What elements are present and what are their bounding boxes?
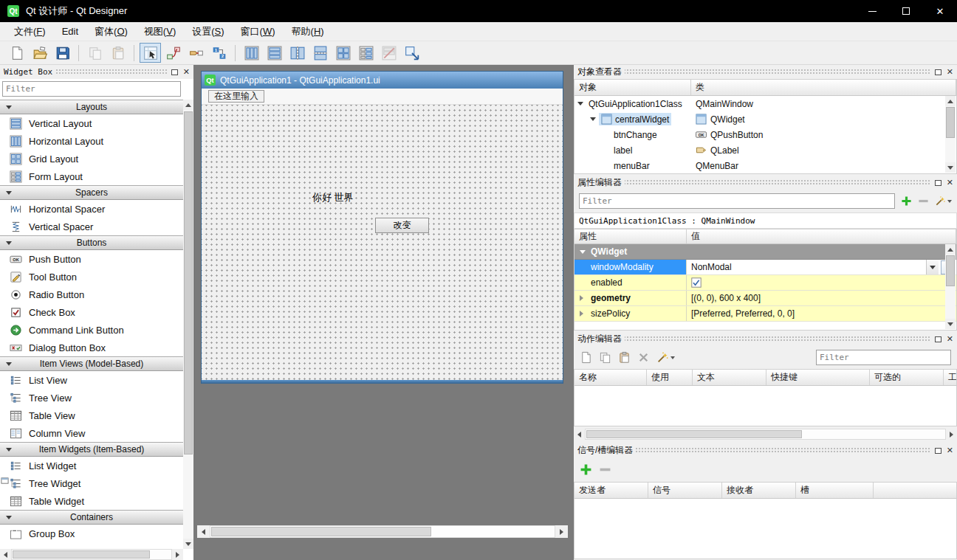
scroll-right-icon[interactable]	[946, 429, 957, 440]
column-header-0[interactable]: 名称	[574, 370, 647, 385]
configure-property-editor-button[interactable]	[935, 193, 952, 210]
property-group-qwidget[interactable]: QWidget	[574, 244, 956, 260]
property-row[interactable]: geometry[(0, 0), 600 x 400]	[574, 291, 956, 306]
widget-push-button[interactable]: OKPush Button	[0, 250, 183, 268]
edit-tab-order-button[interactable]: 12	[208, 43, 230, 63]
save-button[interactable]	[52, 43, 73, 63]
widget-check-box[interactable]: Check Box	[0, 303, 183, 321]
scroll-up-icon[interactable]	[183, 100, 193, 110]
form-label[interactable]: 你好 世界	[312, 191, 354, 204]
property-name-cell[interactable]: sizePolicy	[574, 306, 687, 321]
expand-arrow-icon[interactable]	[580, 311, 583, 317]
property-name-cell[interactable]: windowModality	[574, 260, 687, 274]
widget-horizontal-layout[interactable]: Horizontal Layout	[0, 132, 183, 150]
paste-action-button[interactable]	[618, 350, 631, 366]
widget-radio-button[interactable]: Radio Button	[0, 286, 183, 303]
widget-command-link-button[interactable]: Command Link Button	[0, 321, 183, 339]
float-panel-icon[interactable]	[935, 448, 941, 454]
configure-action-editor-button[interactable]	[656, 350, 675, 366]
widget-box-vscrollbar[interactable]	[183, 100, 193, 549]
column-header-1[interactable]: 类	[691, 80, 956, 95]
menu-item-帮助h[interactable]: 帮助(H)	[284, 24, 332, 40]
layout-vertical-button[interactable]	[264, 43, 285, 63]
object-row[interactable]: centralWidgetQWidget	[574, 111, 946, 127]
float-panel-icon[interactable]	[935, 336, 941, 342]
add-dynamic-property-button[interactable]	[901, 193, 912, 210]
scroll-left-icon[interactable]	[574, 429, 585, 440]
category-spacers[interactable]: Spacers	[0, 185, 183, 200]
scrollbar-thumb[interactable]	[946, 107, 955, 138]
expand-arrow-icon[interactable]	[590, 117, 596, 121]
property-editor-vscrollbar[interactable]	[945, 244, 956, 329]
collapsed-dock-handle[interactable]	[0, 473, 9, 488]
widget-list-widget[interactable]: List Widget	[0, 457, 183, 474]
add-connection-button[interactable]	[580, 462, 592, 478]
property-row[interactable]: enabled	[574, 275, 956, 291]
scroll-up-icon[interactable]	[945, 96, 956, 106]
column-header-3[interactable]: 槽	[796, 483, 874, 498]
property-row[interactable]: sizePolicy[Preferred, Preferred, 0, 0]	[574, 306, 956, 322]
column-header-2[interactable]: 接收者	[722, 483, 796, 498]
scrollbar-thumb[interactable]	[586, 430, 802, 438]
action-editor-hscrollbar[interactable]	[574, 429, 957, 440]
close-panel-icon[interactable]: ✕	[947, 179, 953, 187]
column-header-1[interactable]: 使用	[647, 370, 693, 385]
column-header-0[interactable]: 对象	[574, 80, 691, 95]
remove-dynamic-property-button[interactable]	[918, 193, 929, 210]
scroll-down-icon[interactable]	[183, 539, 193, 549]
scroll-left-icon[interactable]	[197, 525, 210, 538]
menu-item-视图v[interactable]: 视图(V)	[136, 24, 184, 40]
property-name-cell[interactable]: enabled	[574, 275, 687, 290]
category-layouts[interactable]: Layouts	[0, 100, 183, 114]
category-item-views-model-based[interactable]: Item Views (Model-Based)	[0, 356, 183, 371]
object-row[interactable]: menuBarQMenuBar	[574, 158, 946, 173]
widget-box-hscrollbar[interactable]	[0, 549, 183, 560]
column-header-5[interactable]: 工具提示	[944, 370, 956, 385]
property-value-cell[interactable]: [(0, 0), 600 x 400]	[687, 291, 956, 305]
form-canvas[interactable]: 你好 世界 改变	[202, 105, 563, 380]
checkbox-checked-icon[interactable]	[691, 277, 702, 288]
float-panel-icon[interactable]	[171, 69, 178, 75]
widget-tool-button[interactable]: Tool Button	[0, 268, 183, 286]
column-header-3[interactable]: 快捷键	[766, 370, 870, 385]
widget-tree-view[interactable]: Tree View	[0, 389, 183, 407]
widget-group-box[interactable]: Group Box	[0, 525, 183, 542]
edit-buddies-button[interactable]	[185, 43, 207, 63]
object-row[interactable]: btnChangeOKQPushButton	[574, 127, 946, 142]
category-buttons[interactable]: Buttons	[0, 235, 183, 250]
property-row[interactable]: windowModalityNonModal	[574, 260, 956, 275]
property-value-cell[interactable]: [Preferred, Preferred, 0, 0]	[687, 306, 956, 321]
float-panel-icon[interactable]	[935, 69, 941, 75]
form-window-titlebar[interactable]: Qt QtGuiApplication1 - QtGuiApplication1…	[202, 72, 563, 89]
close-panel-icon[interactable]: ✕	[183, 68, 190, 76]
change-button[interactable]: 改变	[375, 218, 429, 233]
object-inspector-vscrollbar[interactable]	[945, 96, 956, 173]
expand-arrow-icon[interactable]	[580, 295, 583, 301]
scroll-down-icon[interactable]	[945, 162, 956, 173]
property-name-cell[interactable]: geometry	[574, 291, 687, 305]
scrollbar-thumb[interactable]	[13, 550, 150, 559]
close-panel-icon[interactable]: ✕	[947, 335, 953, 343]
open-form-button[interactable]	[29, 43, 50, 63]
widget-vertical-spacer[interactable]: Vertical Spacer	[0, 218, 183, 235]
scroll-left-icon[interactable]	[0, 549, 11, 560]
category-containers[interactable]: Containers	[0, 510, 183, 525]
property-value-cell[interactable]	[687, 275, 956, 290]
widget-grid-layout[interactable]: Grid Layout	[0, 150, 183, 167]
close-button[interactable]: ✕	[923, 0, 957, 22]
layout-form-button[interactable]	[355, 43, 377, 63]
menu-item-文件f[interactable]: 文件(F)	[6, 24, 54, 40]
widget-tree-widget[interactable]: Tree Widget	[0, 474, 183, 492]
column-header-4[interactable]: 可选的	[870, 370, 944, 385]
widget-column-view[interactable]: Column View	[0, 424, 183, 442]
widget-list-view[interactable]: List View	[0, 371, 183, 389]
layout-splitter-horizontal-button[interactable]	[287, 43, 308, 63]
new-action-button[interactable]	[580, 350, 592, 366]
object-row[interactable]: QtGuiApplication1ClassQMainWindow	[574, 96, 946, 111]
form-area-hscrollbar[interactable]	[197, 525, 568, 538]
adjust-size-button[interactable]	[401, 43, 422, 63]
widget-table-widget[interactable]: Table Widget	[0, 492, 183, 510]
column-header-2[interactable]: 文本	[693, 370, 766, 385]
widget-table-view[interactable]: Table View	[0, 407, 183, 424]
scroll-right-icon[interactable]	[555, 525, 568, 538]
